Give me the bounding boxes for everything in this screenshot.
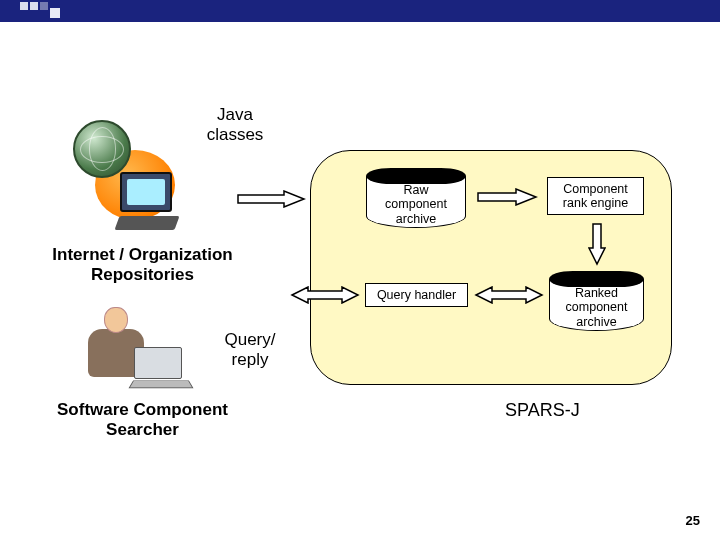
page-number: 25 [686,513,700,528]
ranked-archive-text: Rankedcomponentarchive [566,286,628,329]
raw-archive-cylinder: Rawcomponentarchive [366,168,466,228]
person-at-laptop-clipart [80,305,200,400]
searcher-label: Software ComponentSearcher [40,400,245,439]
spars-label: SPARS-J [505,400,580,421]
svg-marker-0 [238,191,304,207]
arrow-classes-to-archive [236,190,306,208]
arrow-user-query-bidir [290,286,360,304]
svg-marker-4 [292,287,358,303]
query-handler-box: Query handler [365,283,468,307]
globe-computer-clipart [65,120,195,240]
svg-marker-3 [476,287,542,303]
svg-marker-2 [589,224,605,264]
query-handler-text: Query handler [377,288,456,302]
java-classes-label: Javaclasses [190,105,280,144]
rank-engine-box: Componentrank engine [547,177,644,215]
diagram-stage: SPARS-J Javaclasses Internet / Organizat… [0,0,720,540]
query-reply-label: Query/reply [215,330,285,369]
svg-marker-1 [478,189,536,205]
arrow-rank-to-ranked [588,222,606,266]
laptop-icon [134,347,182,379]
internet-repos-label: Internet / OrganizationRepositories [30,245,255,284]
globe-icon [73,120,131,178]
ranked-archive-cylinder: Rankedcomponentarchive [549,271,644,331]
monitor-icon [120,172,172,212]
rank-engine-text: Componentrank engine [563,182,628,211]
arrow-archive-to-rank [476,188,538,206]
arrow-query-ranked-bidir [474,286,544,304]
keyboard-icon [114,216,179,230]
raw-archive-text: Rawcomponentarchive [385,183,447,226]
